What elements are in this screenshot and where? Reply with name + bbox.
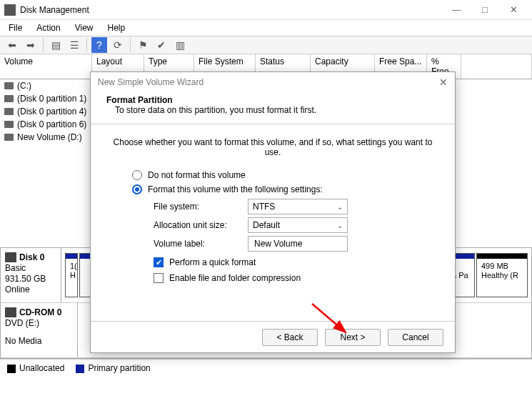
- drive-icon: [4, 121, 14, 128]
- checkbox-label: Perform a quick format: [169, 257, 256, 267]
- dialog-subheading: To store data on this partition, you mus…: [106, 105, 439, 115]
- close-button[interactable]: ✕: [499, 1, 528, 19]
- partition-block[interactable]: 1(H: [65, 253, 78, 297]
- volume-label-input[interactable]: [248, 236, 348, 252]
- maximize-button[interactable]: □: [471, 1, 499, 19]
- disk-status: Online: [5, 284, 56, 294]
- checkbox-quick-format[interactable]: ✔ Perform a quick format: [154, 257, 435, 267]
- radio-icon: [132, 170, 142, 180]
- filesystem-select[interactable]: NTFS ⌄: [248, 199, 348, 214]
- separator: [86, 38, 87, 52]
- view-button[interactable]: ☰: [66, 37, 82, 53]
- dialog-close-icon[interactable]: ✕: [439, 76, 448, 88]
- menu-action[interactable]: Action: [35, 21, 61, 34]
- legend: UnallocatedPrimary partition: [0, 359, 532, 377]
- checkbox-label: Enable file and folder compression: [169, 273, 301, 283]
- volume-name: (Disk 0 partition 4): [17, 107, 94, 117]
- dialog-title: New Simple Volume Wizard: [98, 77, 204, 87]
- radio-label: Do not format this volume: [148, 170, 246, 180]
- radio-icon: [132, 184, 142, 194]
- drive-icon: [4, 95, 14, 102]
- disk-name: CD-ROM 0: [19, 307, 61, 317]
- menu-bar: File Action View Help: [0, 20, 532, 36]
- window-controls: — □ ✕: [442, 1, 528, 19]
- app-icon: [4, 4, 16, 16]
- title-bar: Disk Management — □ ✕: [0, 0, 532, 20]
- disk-type: DVD (E:): [5, 318, 73, 328]
- radio-do-not-format[interactable]: Do not format this volume: [132, 170, 435, 180]
- disk-name: Disk 0: [19, 252, 44, 262]
- allocation-label: Allocation unit size:: [154, 220, 239, 230]
- checkbox-icon: [154, 273, 164, 283]
- legend-swatch: [76, 365, 84, 373]
- refresh-button[interactable]: ⟳: [110, 37, 126, 53]
- volume-label-field[interactable]: [253, 238, 343, 249]
- volume-label-label: Volume label:: [154, 239, 239, 249]
- toolbar: ⬅ ➡ ▤ ☰ ? ⟳ ⚑ ✔ ▥: [0, 36, 532, 54]
- drive-icon: [4, 134, 14, 141]
- disk-icon: [5, 252, 16, 262]
- select-value: NTFS: [253, 202, 275, 212]
- radio-label: Format this volume with the following se…: [148, 184, 323, 194]
- chevron-down-icon: ⌄: [337, 222, 343, 229]
- dialog-instruction: Choose whether you want to format this v…: [111, 137, 435, 157]
- minimize-button[interactable]: —: [442, 1, 471, 19]
- disk-size: 931.50 GB: [5, 274, 56, 284]
- disk-status: No Media: [5, 336, 73, 346]
- dialog-heading: Format Partition: [106, 95, 439, 105]
- volume-name: (Disk 0 partition 6): [17, 119, 94, 129]
- tool-flag-icon[interactable]: ⚑: [135, 37, 151, 53]
- menu-view[interactable]: View: [74, 21, 95, 34]
- cancel-button[interactable]: Cancel: [388, 329, 443, 346]
- column-header: [461, 54, 532, 79]
- dialog-buttons: < Back Next > Cancel: [91, 321, 455, 352]
- volume-name: (Disk 0 partition 1): [17, 94, 94, 104]
- drive-icon: [4, 108, 14, 115]
- menu-help[interactable]: Help: [106, 21, 127, 34]
- separator: [130, 38, 131, 52]
- partition-block[interactable]: 499 MBHealthy (R: [476, 253, 528, 297]
- cd-icon: [5, 307, 16, 317]
- menu-file[interactable]: File: [7, 21, 24, 34]
- checkbox-compression[interactable]: Enable file and folder compression: [154, 273, 435, 283]
- checkbox-icon: ✔: [154, 257, 164, 267]
- select-value: Default: [253, 220, 280, 230]
- disk-header[interactable]: Disk 0Basic931.50 GBOnline: [1, 248, 61, 302]
- legend-item: Primary partition: [76, 363, 150, 373]
- dialog-titlebar: New Simple Volume Wizard ✕: [91, 72, 455, 92]
- filesystem-label: File system:: [154, 202, 239, 212]
- properties-button[interactable]: ▤: [48, 37, 64, 53]
- disk-type: Basic: [5, 263, 56, 273]
- volume-name: (C:): [17, 81, 94, 91]
- help-button[interactable]: ?: [91, 37, 107, 53]
- disk-header[interactable]: CD-ROM 0DVD (E:)No Media: [1, 303, 78, 357]
- chevron-down-icon: ⌄: [337, 203, 343, 211]
- wizard-dialog: New Simple Volume Wizard ✕ Format Partit…: [90, 71, 456, 353]
- volume-name: New Volume (D:): [17, 132, 94, 142]
- separator: [43, 38, 44, 52]
- radio-format-with-settings[interactable]: Format this volume with the following se…: [132, 184, 435, 194]
- back-button[interactable]: < Back: [262, 329, 318, 346]
- allocation-select[interactable]: Default ⌄: [248, 217, 348, 233]
- column-header[interactable]: Volume: [0, 54, 92, 79]
- legend-item: Unallocated: [7, 363, 64, 373]
- tool-list-icon[interactable]: ▥: [172, 37, 188, 53]
- tool-check-icon[interactable]: ✔: [154, 37, 169, 53]
- nav-back-button[interactable]: ⬅: [4, 37, 20, 53]
- window-title: Disk Management: [20, 5, 89, 15]
- nav-forward-button[interactable]: ➡: [23, 37, 39, 53]
- drive-icon: [4, 82, 14, 89]
- next-button[interactable]: Next >: [325, 329, 381, 346]
- legend-swatch: [7, 365, 16, 373]
